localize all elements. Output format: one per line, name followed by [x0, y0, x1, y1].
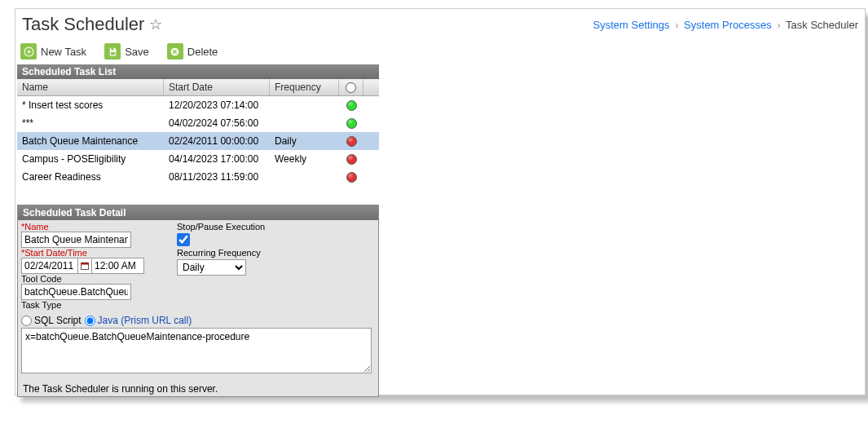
- label-start-date-time: *Start Date/Time: [21, 248, 144, 258]
- detail-panel-title: Scheduled Task Detail: [18, 205, 378, 220]
- save-icon: [104, 43, 121, 60]
- label-recurring-frequency: Recurring Frequency: [177, 248, 265, 258]
- chevron-right-icon: ›: [675, 19, 678, 31]
- status-dot-icon: [346, 118, 357, 129]
- save-button[interactable]: Save: [104, 43, 149, 60]
- col-header-start-date[interactable]: Start Date: [164, 79, 270, 95]
- radio-sql-script-label: SQL Script: [34, 315, 82, 326]
- col-header-frequency[interactable]: Frequency: [270, 79, 339, 95]
- chevron-right-icon: ›: [777, 19, 780, 31]
- table-row[interactable]: *** 04/02/2024 07:56:00: [17, 114, 379, 132]
- cell-status: [339, 118, 364, 129]
- radio-java-label: Java (Prism URL call): [98, 315, 192, 326]
- cell-date: 04/14/2023 17:00:00: [164, 153, 270, 165]
- start-time-input[interactable]: [91, 258, 144, 274]
- delete-icon: [167, 43, 183, 60]
- label-task-type: Task Type: [21, 300, 144, 310]
- label-stop-pause: Stop/Pause Execution: [177, 222, 265, 232]
- plus-circle-icon: [20, 43, 37, 60]
- tool-code-input[interactable]: [21, 284, 131, 300]
- new-task-button[interactable]: New Task: [20, 43, 86, 60]
- col-header-name[interactable]: Name: [17, 79, 164, 95]
- start-date-input[interactable]: [21, 258, 78, 274]
- breadcrumb-system-processes[interactable]: System Processes: [684, 19, 772, 31]
- radio-sql-script-input[interactable]: [21, 316, 32, 326]
- status-dot-icon: [346, 154, 357, 165]
- cell-status: [339, 154, 364, 165]
- cell-date: 09/25/2023 19:30:00: [164, 189, 270, 190]
- task-list-scrollable[interactable]: * Insert test scores 12/20/2023 07:14:00…: [17, 96, 379, 190]
- save-label: Save: [125, 46, 149, 58]
- svg-rect-1: [111, 47, 113, 50]
- script-textarea[interactable]: [21, 328, 372, 373]
- page-title: Task Scheduler: [22, 14, 144, 35]
- cell-date: 04/02/2024 07:56:00: [164, 117, 270, 129]
- table-row[interactable]: Career Readiness 08/11/2023 11:59:00: [17, 168, 379, 186]
- cell-name: Batch Queue Maintenance: [17, 135, 164, 147]
- breadcrumb-system-settings[interactable]: System Settings: [593, 19, 670, 31]
- delete-button[interactable]: Delete: [167, 43, 218, 60]
- cell-name: Career Readiness: [17, 171, 164, 183]
- cell-status: [339, 190, 364, 191]
- radio-java[interactable]: Java (Prism URL call): [85, 315, 192, 326]
- cell-status: [339, 172, 364, 183]
- name-input[interactable]: [21, 232, 131, 248]
- stop-pause-checkbox[interactable]: [177, 233, 190, 246]
- status-dot-icon: [346, 82, 356, 93]
- status-line: The Task Scheduler is running on this se…: [18, 382, 378, 396]
- cell-freq: Weekly: [270, 153, 339, 165]
- table-row[interactable]: CensusSync 09/25/2023 19:30:00 Weekly: [17, 186, 379, 190]
- cell-status: [339, 100, 364, 111]
- cell-date: 08/11/2023 11:59:00: [164, 171, 270, 183]
- new-task-label: New Task: [41, 46, 86, 58]
- radio-java-input[interactable]: [85, 316, 95, 326]
- recurring-frequency-select[interactable]: Daily: [177, 259, 246, 276]
- cell-date: 12/20/2023 07:14:00: [164, 99, 270, 111]
- label-name: *Name: [21, 222, 144, 232]
- cell-name: ***: [17, 117, 164, 129]
- breadcrumb-current: Task Scheduler: [786, 19, 858, 31]
- radio-sql-script[interactable]: SQL Script: [21, 315, 82, 326]
- calendar-icon: [80, 261, 90, 271]
- cell-freq: Daily: [270, 135, 339, 147]
- col-header-status: [339, 79, 364, 95]
- status-dot-icon: [346, 190, 357, 191]
- breadcrumb: System Settings › System Processes › Tas…: [593, 19, 858, 31]
- cell-name: * Insert test scores: [17, 99, 164, 111]
- cell-date: 02/24/2011 00:00:00: [164, 135, 270, 147]
- label-tool-code: Tool Code: [21, 274, 144, 284]
- table-row[interactable]: * Insert test scores 12/20/2023 07:14:00: [17, 96, 379, 114]
- cell-freq: Weekly: [270, 189, 339, 190]
- delete-label: Delete: [187, 46, 218, 58]
- status-dot-icon: [346, 100, 357, 111]
- cell-name: CensusSync: [17, 189, 164, 190]
- table-row[interactable]: Batch Queue Maintenance 02/24/2011 00:00…: [17, 132, 379, 150]
- list-panel-title: Scheduled Task List: [17, 64, 379, 79]
- cell-status: [339, 136, 364, 147]
- calendar-button[interactable]: [77, 258, 92, 274]
- favorite-star-icon[interactable]: ☆: [149, 15, 162, 33]
- status-dot-icon: [346, 136, 357, 147]
- svg-rect-2: [110, 52, 114, 55]
- cell-name: Campus - POSEligibility: [17, 153, 164, 165]
- table-row[interactable]: Campus - POSEligibility 04/14/2023 17:00…: [17, 150, 379, 168]
- svg-rect-5: [82, 263, 89, 265]
- status-dot-icon: [346, 172, 357, 183]
